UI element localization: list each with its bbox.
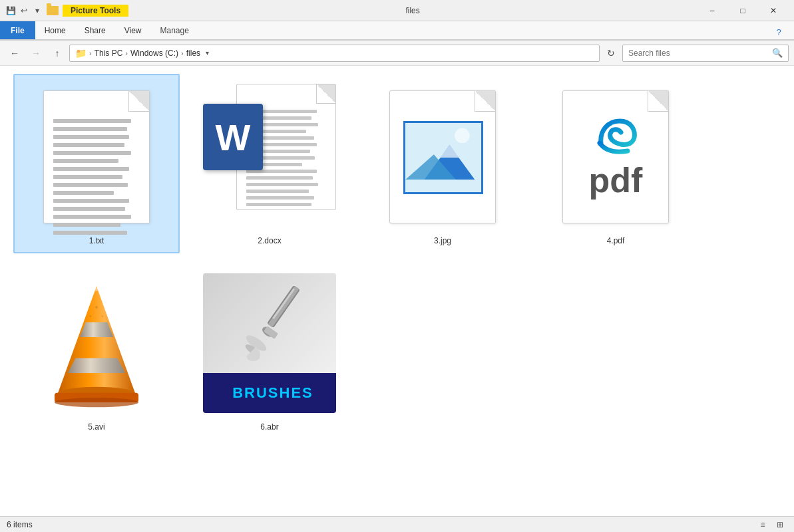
file-icon-avi (23, 267, 170, 420)
pdf-file-icon: pdf (562, 90, 669, 223)
undo-icon[interactable]: ↩ (19, 5, 29, 16)
doc-line (246, 196, 314, 200)
tab-manage[interactable]: Manage (151, 21, 198, 39)
tab-file[interactable]: File (0, 21, 35, 39)
txt-line (53, 175, 122, 179)
txt-lines (44, 111, 149, 247)
svg-marker-7 (68, 358, 125, 374)
maximize-button[interactable]: □ (727, 0, 758, 21)
svg-rect-21 (272, 288, 295, 319)
ribbon-tabs: File Home Share View Manage ? (0, 21, 794, 40)
quick-access-icon: 💾 (5, 5, 16, 16)
search-icon[interactable]: 🔍 (772, 48, 783, 58)
doc-line (246, 190, 309, 193)
svg-point-13 (90, 315, 92, 317)
svg-marker-5 (58, 287, 136, 394)
txt-line (53, 215, 131, 219)
list-item[interactable]: 5.avi (13, 260, 180, 440)
txt-line (53, 231, 127, 235)
path-folder[interactable]: files (186, 49, 200, 58)
svg-rect-16 (268, 286, 299, 327)
jpg-preview (403, 121, 483, 194)
mountain-svg (405, 123, 481, 192)
file-icon-abr: 6.abr BRUSHES (196, 267, 343, 420)
address-path[interactable]: 📁 › This PC › Windows (C:) › files ▾ (69, 45, 600, 62)
path-arrow-2: › (125, 49, 128, 57)
txt-line (53, 143, 124, 147)
folder-icon (47, 6, 59, 15)
path-arrow-1: › (89, 49, 92, 57)
doc-line (246, 176, 313, 180)
txt-line (53, 183, 128, 187)
txt-line (53, 135, 129, 139)
txt-line (53, 119, 131, 123)
txt-line (53, 191, 114, 195)
list-item[interactable]: 3.jpg (359, 74, 526, 253)
list-item[interactable]: W 2.docx (186, 74, 353, 253)
svg-point-14 (102, 315, 104, 317)
pdf-content: pdf (563, 111, 668, 198)
details-view-button[interactable]: ≡ (755, 518, 770, 531)
file-icon-txt (23, 80, 170, 233)
svg-point-12 (95, 306, 98, 309)
tab-home[interactable]: Home (35, 21, 75, 39)
docx-file-icon: W (203, 84, 336, 230)
app-window: 💾 ↩ ▾ Picture Tools files – □ ✕ File Hom… (0, 0, 794, 532)
content-area: 1.txt (0, 66, 794, 516)
word-logo: W (203, 104, 263, 170)
item-count: 6 items (7, 520, 33, 529)
txt-line (53, 151, 131, 155)
address-bar: ← → ↑ 📁 › This PC › Windows (C:) › files… (0, 41, 794, 66)
view-controls: ≡ ⊞ (755, 518, 787, 531)
help-button[interactable]: ? (763, 21, 794, 43)
doc-line (246, 183, 318, 186)
dropdown-icon[interactable]: ▾ (32, 5, 43, 16)
list-item[interactable]: 6.abr BRUSHES 6.abr (186, 260, 353, 440)
file-name: 2.docx (258, 236, 281, 245)
brushes-text: BRUSHES (232, 384, 313, 402)
path-arrow-3: › (181, 49, 184, 57)
file-icon-docx: W (196, 80, 343, 233)
txt-line (53, 207, 125, 211)
svg-point-11 (55, 398, 138, 407)
window-controls: – □ ✕ (697, 0, 789, 21)
list-item[interactable]: 1.txt (13, 74, 180, 253)
tab-share[interactable]: Share (75, 21, 115, 39)
search-box[interactable]: 🔍 (622, 45, 789, 62)
abr-bottom: 6.abr BRUSHES (203, 373, 336, 413)
search-input[interactable] (628, 49, 769, 58)
ribbon: File Home Share View Manage ? (0, 21, 794, 41)
txt-line (53, 199, 129, 203)
file-icon-jpg (369, 80, 516, 233)
file-name: 4.pdf (607, 236, 625, 245)
file-name: 3.jpg (434, 236, 451, 245)
svg-point-8 (93, 287, 100, 291)
svg-point-3 (455, 128, 470, 144)
jpg-file-icon (389, 90, 496, 223)
txt-line (53, 127, 127, 131)
title-bar-icons: 💾 ↩ ▾ (5, 5, 43, 16)
file-name: 6.abr (260, 422, 278, 432)
up-button[interactable]: ↑ (48, 44, 67, 63)
path-drive[interactable]: Windows (C:) (130, 49, 178, 58)
tab-view[interactable]: View (115, 21, 151, 39)
back-button[interactable]: ← (5, 44, 24, 63)
large-icons-view-button[interactable]: ⊞ (773, 518, 787, 531)
folder-small-icon: 📁 (75, 48, 87, 59)
minimize-button[interactable]: – (697, 0, 727, 21)
list-item[interactable]: pdf 4.pdf (532, 74, 699, 253)
close-button[interactable]: ✕ (758, 0, 789, 21)
path-this-pc[interactable]: This PC (95, 49, 123, 58)
file-grid: 1.txt (0, 66, 794, 516)
picture-tools-tab[interactable]: Picture Tools (63, 5, 128, 17)
forward-button[interactable]: → (27, 44, 45, 63)
vlc-cone-svg (37, 277, 156, 410)
txt-line (53, 223, 120, 227)
brush-svg (223, 280, 316, 366)
abr-top (203, 273, 336, 373)
file-name: 5.avi (88, 422, 104, 432)
txt-line (53, 167, 129, 171)
path-dropdown-icon[interactable]: ▾ (206, 49, 209, 57)
refresh-button[interactable]: ↻ (602, 45, 620, 62)
txt-line (53, 159, 118, 163)
